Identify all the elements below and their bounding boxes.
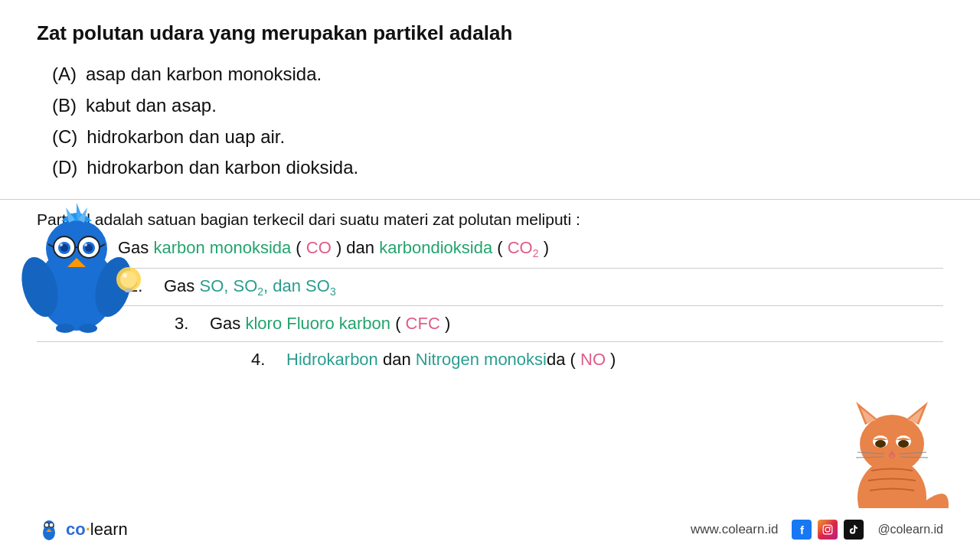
svg-point-40 bbox=[56, 324, 74, 333]
co-text: CO bbox=[306, 238, 332, 257]
social-icons: f bbox=[792, 520, 864, 540]
option-d: (D) hidrokarbon dan karbon dioksida. bbox=[52, 152, 943, 184]
cfc-text: CFC bbox=[406, 314, 440, 333]
svg-point-1 bbox=[860, 415, 924, 473]
logo-learn: learn bbox=[90, 520, 128, 539]
footer-url: www.colearn.id bbox=[691, 522, 778, 537]
option-b-letter: (B) bbox=[52, 90, 77, 122]
svg-point-8 bbox=[875, 440, 886, 448]
logo-co: co bbox=[66, 520, 86, 539]
list-item-3: 3. Gas kloro Fluoro karbon ( CFC ) bbox=[37, 306, 943, 342]
co2-sub: 2 bbox=[533, 248, 539, 260]
list-item-2-content: Gas SO, SO2, dan SO3 bbox=[164, 276, 336, 298]
logo-text: co·learn bbox=[66, 520, 128, 540]
svg-point-32 bbox=[84, 243, 87, 246]
option-d-text: hidrokarbon dan karbon dioksida. bbox=[87, 152, 358, 184]
list-num-3: 3. bbox=[175, 314, 198, 334]
bird-mascot bbox=[0, 197, 153, 337]
option-d-letter: (D) bbox=[52, 152, 77, 184]
hidrokarbon-text: Hidrokarbon bbox=[286, 350, 378, 369]
option-b-text: kabut dan asap. bbox=[86, 90, 217, 122]
list-item-3-content: Gas kloro Fluoro karbon ( CFC ) bbox=[210, 314, 450, 334]
option-a-letter: (A) bbox=[52, 59, 77, 90]
co2-text: CO2 bbox=[508, 238, 539, 257]
svg-point-9 bbox=[898, 440, 909, 448]
explanation-intro: Partikel adalah satuan bagian terkecil d… bbox=[37, 210, 943, 229]
svg-point-31 bbox=[60, 243, 63, 246]
kloro-fluoro-text: kloro Fluoro karbon bbox=[245, 314, 390, 333]
question-title: Zat polutan udara yang merupakan partike… bbox=[37, 21, 943, 45]
colearn-logo: co·learn bbox=[37, 517, 128, 542]
option-c-text: hidrokarbon dan uap air. bbox=[87, 122, 285, 153]
option-c-letter: (C) bbox=[52, 122, 77, 153]
option-a-text: asap dan karbon monoksida. bbox=[86, 59, 322, 90]
svg-rect-38 bbox=[125, 289, 132, 292]
nitrogen-text: Nitrogen monoksi bbox=[416, 350, 547, 369]
footer-handle: @colearn.id bbox=[877, 523, 943, 536]
option-b: (B) kabut dan asap. bbox=[52, 90, 943, 122]
list-item-4-content: Hidrokarbon dan Nitrogen monoksida ( NO … bbox=[286, 350, 616, 370]
footer: co·learn www.colearn.id f @colearn.id bbox=[0, 508, 980, 551]
list-num-4: 4. bbox=[251, 350, 274, 370]
svg-rect-47 bbox=[824, 525, 833, 534]
footer-right: www.colearn.id f @colearn.id bbox=[691, 520, 943, 540]
tiktok-svg bbox=[848, 524, 859, 535]
svg-point-39 bbox=[122, 273, 127, 278]
so2-sub: 2 bbox=[257, 285, 263, 298]
logo-bird-icon bbox=[37, 517, 61, 542]
instagram-svg bbox=[822, 524, 833, 535]
so3-sub: 3 bbox=[330, 285, 336, 298]
options-list: (A) asap dan karbon monoksida. (B) kabut… bbox=[52, 59, 943, 184]
list-item-1-content: Gas karbon monoksida ( CO ) dan karbondi… bbox=[118, 238, 549, 259]
no-text: NO bbox=[580, 350, 606, 369]
list-item-1: 1. Gas karbon monoksida ( CO ) dan karbo… bbox=[37, 229, 943, 268]
facebook-icon: f bbox=[792, 520, 812, 540]
karbondioksida-text: karbondioksida bbox=[379, 238, 492, 257]
svg-point-37 bbox=[120, 271, 137, 288]
karbon-monoksida-text: karbon monoksida bbox=[153, 238, 291, 257]
option-a: (A) asap dan karbon monoksida. bbox=[52, 59, 943, 90]
list-item-4: 4. Hidrokarbon dan Nitrogen monoksida ( … bbox=[37, 342, 943, 377]
numbered-list: 1. Gas karbon monoksida ( CO ) dan karbo… bbox=[37, 229, 943, 377]
svg-point-46 bbox=[49, 523, 54, 527]
svg-point-49 bbox=[830, 527, 831, 528]
tiktok-icon bbox=[844, 520, 864, 540]
svg-point-41 bbox=[79, 324, 97, 333]
option-c: (C) hidrokarbon dan uap air. bbox=[52, 122, 943, 153]
svg-point-45 bbox=[44, 523, 49, 527]
so-text: SO, SO2, dan SO3 bbox=[199, 276, 335, 295]
list-item-2: 2. Gas SO, SO2, dan SO3 bbox=[37, 269, 943, 306]
svg-point-48 bbox=[825, 527, 830, 532]
instagram-icon bbox=[818, 520, 838, 540]
